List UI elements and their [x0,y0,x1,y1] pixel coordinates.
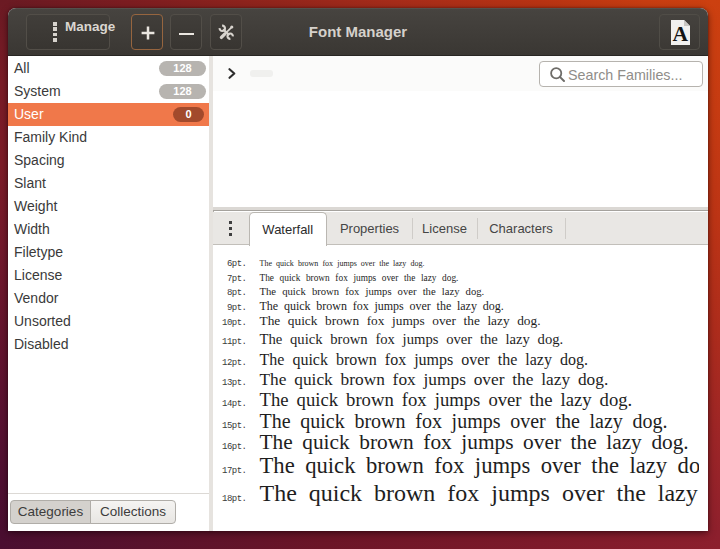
svg-text:A: A [673,22,689,46]
